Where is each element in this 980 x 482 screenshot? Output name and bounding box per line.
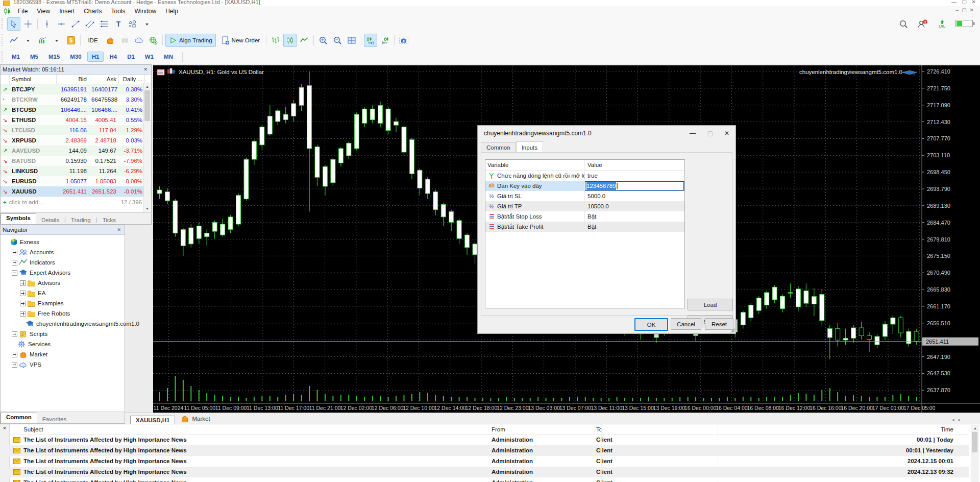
- search-button[interactable]: [897, 17, 910, 31]
- load-button[interactable]: Load: [688, 299, 733, 310]
- tool-trendline-icon[interactable]: [69, 17, 82, 31]
- menu-item-window[interactable]: Window: [130, 7, 161, 15]
- key-value-input[interactable]: 123456789: [585, 181, 684, 190]
- tree-item-free-robots[interactable]: Free Robots: [1, 308, 125, 319]
- expand-icon[interactable]: [20, 301, 26, 306]
- tool-zoom-in-icon[interactable]: [316, 34, 330, 47]
- notifications-button[interactable]: 1: [916, 17, 929, 31]
- algo-trading-button[interactable]: Algo Trading: [165, 34, 216, 47]
- market-button[interactable]: [104, 34, 117, 47]
- mail-row[interactable]: The List of Instruments Affected by High…: [9, 467, 969, 477]
- market-watch-scrollbar[interactable]: ▲ ▼: [143, 83, 151, 212]
- tab-common[interactable]: Common: [1, 413, 37, 423]
- market-watch-row-btcjpy[interactable]: ↗BTCJPY16395191164001770.38%: [1, 84, 151, 94]
- minimize-button[interactable]: —: [951, 0, 957, 5]
- column-header-from[interactable]: From: [492, 424, 505, 435]
- input-row-1[interactable]: Chức năng đóng lệnh cũ rồi mở lệnh mớitr…: [485, 171, 684, 181]
- cloud-button[interactable]: [132, 34, 145, 47]
- input-row-6[interactable]: Bật/tắt Take ProfitBật: [485, 222, 684, 232]
- dialog-minimize-button[interactable]: —: [690, 130, 696, 137]
- tab-symbols[interactable]: Symbols: [1, 213, 36, 224]
- expand-icon[interactable]: [12, 362, 17, 368]
- timeframe-m30[interactable]: M30: [65, 52, 86, 62]
- market-watch-column-header[interactable]: SymbolBidAskDaily ...: [1, 75, 151, 84]
- close-icon[interactable]: ✕: [0, 426, 9, 431]
- tool-bars-chart-icon[interactable]: [269, 34, 282, 47]
- toolbox-scrollbar[interactable]: ▲: [971, 425, 979, 482]
- timeframe-w1[interactable]: W1: [140, 52, 158, 62]
- timeframe-m15[interactable]: M15: [44, 52, 64, 62]
- tree-item-indicators[interactable]: Indicators: [1, 257, 125, 268]
- tree-item-services[interactable]: Services: [1, 339, 125, 349]
- tree-item-market[interactable]: Market: [1, 349, 125, 359]
- menu-item-help[interactable]: Help: [161, 7, 183, 15]
- market-watch-row-xauusd[interactable]: ↘XAUUSD2651.4112651.523-0.01%: [1, 186, 151, 197]
- variable-value[interactable]: 10500.0: [585, 201, 684, 211]
- toolbox-column-header[interactable]: Subject From To Time: [9, 424, 969, 435]
- tool-text-icon[interactable]: T: [112, 17, 125, 31]
- dialog-tab-common[interactable]: Common: [481, 142, 516, 153]
- expand-icon[interactable]: [12, 331, 17, 337]
- variable-value[interactable]: 5000.0: [585, 191, 684, 201]
- tree-item-examples[interactable]: Examples: [1, 298, 125, 308]
- column-header-subject[interactable]: Subject: [23, 424, 43, 435]
- tool-vline-icon[interactable]: [40, 17, 54, 31]
- menu-item-charts[interactable]: Charts: [79, 7, 106, 15]
- expand-icon[interactable]: [12, 260, 17, 266]
- tool-cursor-icon[interactable]: [7, 17, 20, 31]
- tree-item-chuyenlenhtradingviewsangmt5-com1-0[interactable]: chuyenlenhtradingviewsangmt5.com1.0: [1, 319, 125, 329]
- variable-value[interactable]: Bật: [585, 222, 684, 232]
- resize-grip[interactable]: [730, 328, 734, 332]
- add-symbol-icon[interactable]: +: [1, 197, 9, 207]
- close-button[interactable]: ✕: [972, 0, 976, 5]
- dialog-title-bar[interactable]: chuyenlenhtradingviewsangmt5.com1.0 — ▢ …: [478, 126, 736, 141]
- toolbar-grip[interactable]: [2, 18, 5, 30]
- timeframe-h4[interactable]: H4: [105, 52, 121, 62]
- tree-item-exness[interactable]: Exness: [1, 237, 125, 247]
- market-watch-row-aaveusd[interactable]: ↗AAVEUSD144.09149.67-3.71%: [1, 146, 151, 156]
- menu-item-view[interactable]: View: [32, 7, 55, 15]
- tool-candles-chart-icon[interactable]: [283, 34, 297, 47]
- input-row-5[interactable]: Bật/tắt Stop LossBật: [485, 211, 684, 222]
- tool-indicator-icon[interactable]: [36, 34, 49, 47]
- expand-icon[interactable]: [20, 280, 26, 286]
- input-row-2[interactable]: abDán Key vào đây123456789: [485, 181, 684, 191]
- tab-ticks[interactable]: Ticks: [97, 216, 121, 224]
- expand-icon[interactable]: [20, 291, 26, 296]
- tool-dollar-icon[interactable]: $: [64, 34, 78, 47]
- tool-caret-icon[interactable]: [140, 17, 154, 31]
- click-to-add[interactable]: click to add...: [9, 197, 43, 207]
- expand-icon[interactable]: [20, 311, 26, 317]
- tab-favorites[interactable]: Favorites: [37, 415, 71, 423]
- maximize-button[interactable]: ▢: [962, 0, 967, 5]
- column-header-symbol[interactable]: Symbol: [10, 75, 57, 84]
- community-button[interactable]: [146, 34, 160, 47]
- column-header-bid[interactable]: Bid: [57, 75, 89, 84]
- input-row-4[interactable]: ½Giá trị TP10500.0: [485, 201, 684, 211]
- timeframe-m5[interactable]: M5: [26, 52, 43, 62]
- tab-details[interactable]: Details: [36, 216, 64, 224]
- tree-item-vps[interactable]: VPS: [1, 359, 125, 370]
- expand-icon[interactable]: [12, 250, 17, 255]
- mail-row[interactable]: The List of Instruments Affected by High…: [9, 435, 969, 445]
- collapse-icon[interactable]: [12, 270, 17, 276]
- toolbar-grip[interactable]: [2, 51, 5, 62]
- cancel-button[interactable]: Cancel: [671, 318, 701, 330]
- tool-line-chart-icon[interactable]: [298, 34, 311, 47]
- timeframe-d1[interactable]: D1: [122, 52, 139, 62]
- column-header-daily[interactable]: Daily ...: [119, 75, 145, 84]
- mdi-window-controls[interactable]: –▢✕: [956, 7, 977, 13]
- column-header-variable[interactable]: Variable: [485, 160, 585, 170]
- mail-row[interactable]: The List of Instruments Affected by High…: [9, 456, 969, 467]
- market-watch-row-eurusd[interactable]: ↘EURUSD1.050771.05083-0.08%: [1, 176, 151, 186]
- tree-item-accounts[interactable]: Accounts: [1, 247, 125, 257]
- tool-shift-end-icon[interactable]: [364, 34, 377, 47]
- tool-shift-left-icon[interactable]: [378, 34, 391, 47]
- market-watch-row-batusd[interactable]: ↘BATUSD0.159300.17521-7.96%: [1, 156, 151, 166]
- variable-value[interactable]: Bật: [585, 211, 684, 222]
- reset-button[interactable]: Reset: [705, 318, 733, 330]
- chart-tab-market[interactable]: Market: [175, 413, 215, 424]
- dialog-close-icon[interactable]: ✕: [724, 130, 729, 137]
- indicator-dropdown[interactable]: [50, 34, 63, 47]
- close-icon[interactable]: ✕: [142, 67, 149, 72]
